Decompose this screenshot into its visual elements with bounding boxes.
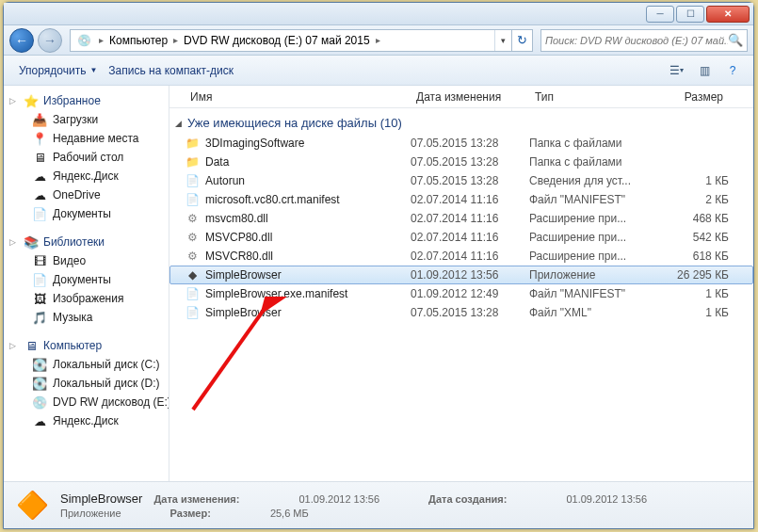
sidebar-item-drive-d[interactable]: 💽Локальный диск (D:) [4,374,169,393]
details-pane: 🔶 SimpleBrowser Дата изменения: 01.09.20… [4,481,753,528]
group-header[interactable]: ◢Уже имеющиеся на диске файлы (10) [169,108,753,134]
search-box[interactable]: 🔍 [540,29,748,52]
file-date: 07.05.2015 13:28 [411,137,529,150]
help-button[interactable]: ? [721,60,744,81]
file-date: 02.07.2014 11:16 [411,193,529,206]
sidebar-item-dvd[interactable]: 💿DVD RW дисковод (E:) [4,393,169,411]
file-date: 07.05.2015 13:28 [411,155,529,169]
file-name: microsoft.vc80.crt.manifest [205,193,411,206]
chevron-right-icon[interactable]: ▸ [97,35,105,45]
file-name: Data [205,155,411,169]
sidebar-item-documents[interactable]: 📄Документы [4,204,169,223]
col-type[interactable]: Тип [529,90,665,104]
burn-button[interactable]: Запись на компакт-диск [103,60,239,81]
file-type: Файл "MANIFEST" [529,287,665,300]
file-icon: 📄 [185,173,200,188]
file-name: SimpleBrowser.exe.manifest [205,287,411,300]
back-button[interactable]: ← [9,28,34,53]
sidebar-item-recent[interactable]: 📍Недавние места [4,129,169,148]
file-icon: 📄 [185,192,200,207]
sidebar-item-videos[interactable]: 🎞Видео [4,251,169,270]
file-row[interactable]: ◆SimpleBrowser01.09.2012 13:56Приложение… [169,266,753,284]
minimize-button[interactable]: ─ [646,6,674,23]
sidebar-item-pictures[interactable]: 🖼Изображения [4,289,169,308]
file-type: Файл "MANIFEST" [529,193,665,206]
file-list-area: Имя Дата изменения Тип Размер ◢Уже имеющ… [169,86,753,481]
col-size[interactable]: Размер [665,90,729,104]
sidebar-item-yandex2[interactable]: ☁Яндекс.Диск [4,411,169,430]
file-type: Файл "XML" [529,306,665,319]
file-row[interactable]: 📁3DImagingSoftware07.05.2015 13:28Папка … [169,134,753,153]
file-type: Сведения для уст... [529,174,665,187]
file-type: Папка с файлами [529,155,665,169]
details-icon: 🔶 [13,487,51,524]
file-row[interactable]: 📄Autorun07.05.2015 13:28Сведения для уст… [169,171,753,190]
file-row[interactable]: ⚙MSVCP80.dll02.07.2014 11:16Расширение п… [169,228,753,247]
file-icon: 📄 [185,286,200,301]
file-date: 07.05.2015 13:28 [411,306,529,319]
file-date: 02.07.2014 11:16 [411,212,529,225]
sidebar-item-downloads[interactable]: 📥Загрузки [4,110,169,129]
file-date: 01.09.2012 12:49 [411,287,529,300]
file-type: Папка с файлами [529,137,665,150]
file-date: 02.07.2014 11:16 [411,250,529,263]
file-row[interactable]: 📄SimpleBrowser.exe.manifest01.09.2012 12… [169,284,753,303]
chevron-right-icon[interactable]: ▸ [171,35,180,45]
chevron-right-icon[interactable]: ▸ [374,35,382,45]
maximize-button[interactable]: ☐ [676,6,704,23]
col-name[interactable]: Имя [185,90,411,104]
breadcrumb[interactable]: 💿 ▸ Компьютер ▸ DVD RW дисковод (E:) 07 … [70,29,533,52]
sidebar-item-onedrive[interactable]: ☁OneDrive [4,185,169,204]
file-size: 1 КБ [665,174,729,187]
file-row[interactable]: 📄microsoft.vc80.crt.manifest02.07.2014 1… [169,190,753,209]
computer-icon: 🖥 [24,338,39,353]
breadcrumb-dropdown[interactable]: ▾ [494,30,511,51]
file-type: Расширение при... [529,250,665,263]
file-row[interactable]: ⚙msvcm80.dll02.07.2014 11:16Расширение п… [169,209,753,228]
file-size: 1 КБ [665,306,729,319]
forward-button[interactable]: → [38,28,62,53]
sidebar-computer[interactable]: ▷🖥Компьютер [4,336,169,355]
breadcrumb-current[interactable]: DVD RW дисковод (E:) 07 май 2015 [180,30,374,51]
titlebar[interactable]: ─ ☐ ✕ [4,3,753,25]
file-size: 26 295 КБ [665,268,729,282]
star-icon: ⭐ [24,93,39,108]
sidebar-item-docs[interactable]: 📄Документы [4,270,169,289]
search-input[interactable] [545,35,728,46]
file-row[interactable]: ⚙MSVCR80.dll02.07.2014 11:16Расширение п… [169,247,753,266]
preview-pane-button[interactable]: ▥ [693,60,716,81]
library-icon: 📚 [24,234,39,250]
sidebar-item-drive-c[interactable]: 💽Локальный диск (C:) [4,355,169,374]
col-modified[interactable]: Дата изменения [411,90,529,104]
nav-bar: ← → 💿 ▸ Компьютер ▸ DVD RW дисковод (E:)… [4,25,753,56]
organize-menu[interactable]: Упорядочить ▼ [13,60,103,81]
file-date: 07.05.2015 13:28 [411,174,529,187]
file-name: 3DImagingSoftware [205,137,411,150]
sidebar-item-yandex[interactable]: ☁Яндекс.Диск [4,167,169,185]
sidebar-item-desktop[interactable]: 🖥Рабочий стол [4,148,169,167]
file-name: MSVCP80.dll [205,231,411,244]
view-options-button[interactable]: ☰ ▾ [665,60,687,81]
sidebar-item-music[interactable]: 🎵Музыка [4,308,169,327]
file-type: Приложение [529,268,665,282]
chevron-down-icon: ▼ [89,66,97,74]
sidebar-favorites[interactable]: ▷⭐Избранное [4,91,169,110]
file-type: Расширение при... [529,231,665,244]
file-icon: ⚙ [185,211,200,226]
file-list[interactable]: ◢Уже имеющиеся на диске файлы (10) 📁3DIm… [169,108,753,481]
drive-icon: 💿 [74,31,93,50]
column-headers[interactable]: Имя Дата изменения Тип Размер [169,86,753,108]
explorer-window: ─ ☐ ✕ ← → 💿 ▸ Компьютер ▸ DVD RW дисково… [3,2,754,529]
file-size: 2 КБ [665,193,729,206]
sidebar: ▷⭐Избранное 📥Загрузки 📍Недавние места 🖥Р… [4,86,169,481]
breadcrumb-root[interactable]: Компьютер [105,30,171,51]
file-name: msvcm80.dll [205,212,411,225]
refresh-button[interactable]: ↻ [511,30,532,51]
search-icon[interactable]: 🔍 [728,33,743,47]
file-row[interactable]: 📄SimpleBrowser07.05.2015 13:28Файл "XML"… [169,303,753,322]
file-row[interactable]: 📁Data07.05.2015 13:28Папка с файлами [169,153,753,171]
close-button[interactable]: ✕ [706,6,750,23]
sidebar-libraries[interactable]: ▷📚Библиотеки [4,233,169,251]
file-size: 618 КБ [665,250,729,263]
file-name: MSVCR80.dll [205,250,411,263]
